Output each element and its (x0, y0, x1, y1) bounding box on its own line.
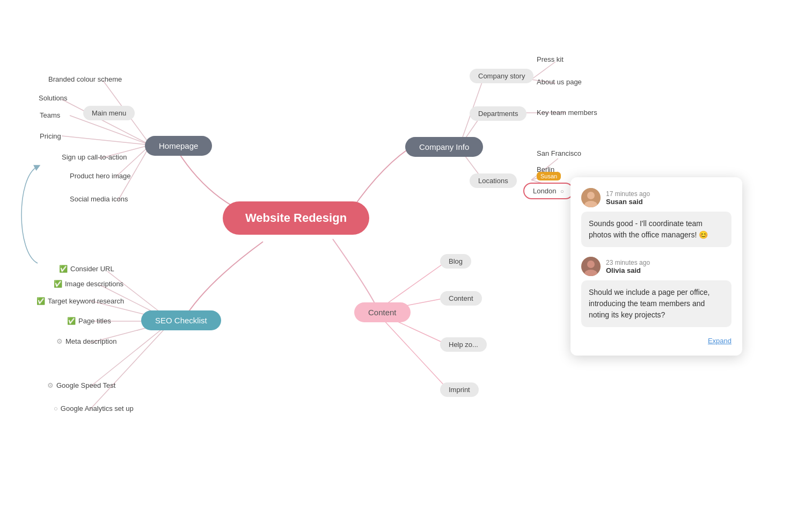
leaf-hero: Product hero image (70, 172, 130, 180)
user-tag-label: Susan (540, 173, 557, 179)
press-kit-leaf: Press kit (537, 55, 564, 63)
chat-time-0: 17 minutes ago (606, 190, 650, 198)
blog-label: Blog (449, 257, 463, 265)
svg-line-26 (376, 312, 445, 387)
check-icon-6: ○ (54, 404, 58, 413)
content-leaf-label: Content (449, 294, 473, 302)
leaf-social: Social media icons (70, 195, 128, 203)
chat-time-1: 23 minutes ago (606, 259, 650, 266)
chat-text-1: Should we include a page per office, int… (589, 288, 709, 319)
london-label: London (533, 187, 556, 195)
seo-leaf-5-text: Google Speed Test (56, 381, 115, 389)
seo-leaf-3: ✅ Page titles (67, 317, 111, 325)
leaf-teams: Teams (40, 111, 60, 119)
check-icon-1: ✅ (54, 280, 62, 288)
main-menu-label: Main menu (92, 109, 126, 117)
main-menu-pill[interactable]: Main menu (83, 106, 135, 120)
svg-line-10 (531, 62, 555, 79)
chat-bubble-1: Should we include a page per office, int… (581, 280, 731, 327)
homepage-node[interactable]: Homepage (145, 136, 212, 156)
chat-bubble-0: Sounds good - I'll coordinate team photo… (581, 212, 731, 247)
avatar-susan (581, 188, 601, 207)
svg-line-22 (90, 321, 172, 409)
chat-message-0: 17 minutes ago Susan said Sounds good - … (581, 188, 731, 247)
check-icon-3: ✅ (67, 317, 76, 325)
seo-checklist-node[interactable]: SEO Checklist (141, 310, 221, 330)
check-icon-0: ✅ (59, 265, 68, 273)
locations-pill[interactable]: Locations (470, 173, 517, 188)
imprint-label: Imprint (449, 386, 470, 394)
seo-leaf-1: ✅ Image descriptions (54, 280, 123, 288)
leaf-branded-colour: Branded colour scheme (48, 75, 122, 83)
svg-line-21 (90, 321, 172, 387)
leaf-pricing: Pricing (40, 132, 61, 140)
user-tag-susan: Susan (537, 172, 561, 180)
imprint-pill[interactable]: Imprint (440, 382, 479, 397)
svg-line-3 (62, 136, 150, 145)
seo-leaf-2: ✅ Target keyword research (36, 297, 124, 305)
check-icon-4: ⚙ (56, 337, 63, 345)
chat-message-1: 23 minutes ago Olivia said Should we inc… (581, 257, 731, 327)
seo-leaf-6: ○ Google Analytics set up (54, 404, 134, 413)
expand-link[interactable]: Expand (581, 337, 731, 345)
homepage-label: Homepage (159, 141, 198, 150)
help-label: Help zo... (449, 341, 478, 349)
company-info-node[interactable]: Company Info (405, 137, 483, 157)
check-icon-2: ✅ (36, 297, 45, 305)
locations-label: Locations (478, 177, 508, 185)
avatar-olivia (581, 257, 601, 276)
content-label: Content (368, 308, 397, 317)
seo-checklist-label: SEO Checklist (155, 316, 207, 325)
check-icon-5: ⚙ (47, 381, 54, 389)
central-label: Website Redesign (245, 211, 347, 225)
seo-leaf-5: ⚙ Google Speed Test (47, 381, 115, 389)
seo-leaf-0-text: Consider URL (70, 265, 114, 273)
central-node[interactable]: Website Redesign (223, 201, 369, 235)
seo-leaf-1-text: Image descriptions (65, 280, 123, 288)
seo-leaf-2-text: Target keyword research (48, 297, 124, 305)
blog-pill[interactable]: Blog (440, 254, 471, 269)
company-story-label: Company story (478, 72, 525, 80)
seo-leaf-6-text: Google Analytics set up (61, 404, 134, 413)
company-info-label: Company Info (419, 142, 469, 151)
london-dot: ○ (560, 188, 564, 194)
departments-pill[interactable]: Departments (470, 106, 526, 121)
svg-point-28 (587, 192, 595, 199)
london-pill[interactable]: London ○ (523, 183, 574, 199)
seo-leaf-0: ✅ Consider URL (59, 265, 114, 273)
leaf-solutions: Solutions (39, 94, 67, 102)
content-pill[interactable]: Content (440, 291, 482, 306)
departments-label: Departments (478, 110, 518, 118)
seo-leaf-4: ⚙ Meta description (56, 337, 116, 345)
content-node[interactable]: Content (354, 302, 411, 322)
key-team-leaf: Key team members (537, 108, 597, 117)
expand-label: Expand (708, 337, 731, 345)
about-us-leaf: About us page (537, 78, 582, 86)
seo-leaf-3-text: Page titles (78, 317, 111, 325)
chat-text-0: Sounds good - I'll coordinate team photo… (589, 219, 708, 239)
seo-leaf-4-text: Meta description (65, 337, 116, 345)
chat-popup: 17 minutes ago Susan said Sounds good - … (570, 177, 742, 356)
chat-author-0: Susan said (606, 198, 650, 206)
company-story-pill[interactable]: Company story (470, 69, 533, 83)
leaf-signup: Sign up call-to-action (62, 153, 127, 161)
svg-point-31 (587, 260, 595, 268)
san-francisco-leaf: San Francisco (537, 149, 581, 157)
chat-author-1: Olivia said (606, 266, 650, 274)
help-pill[interactable]: Help zo... (440, 337, 487, 352)
